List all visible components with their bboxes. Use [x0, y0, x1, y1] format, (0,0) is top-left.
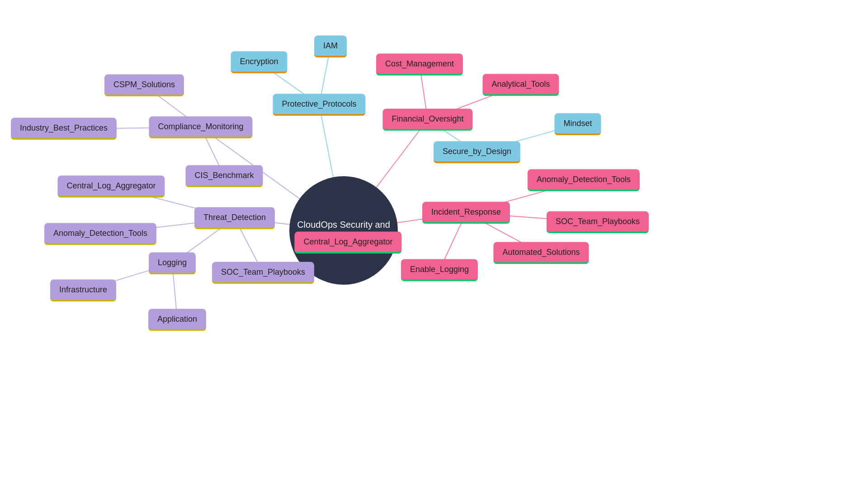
- node-cis_benchmark[interactable]: CIS_Benchmark: [185, 165, 263, 188]
- node-central_log_aggregator_left[interactable]: Central_Log_Aggregator: [57, 176, 165, 198]
- mind-map: CloudOps Security and Cost ManagementEnc…: [0, 0, 868, 488]
- node-incident_response[interactable]: Incident_Response: [422, 202, 510, 224]
- node-automated_solutions[interactable]: Automated_Solutions: [493, 242, 589, 264]
- node-iam[interactable]: IAM: [314, 36, 347, 58]
- node-industry_best_practices[interactable]: Industry_Best_Practices: [11, 118, 117, 140]
- node-cspm_solutions[interactable]: CSPM_Solutions: [104, 75, 184, 97]
- node-financial_oversight[interactable]: Financial_Oversight: [382, 109, 472, 131]
- node-logging[interactable]: Logging: [149, 253, 196, 275]
- node-central_log_right[interactable]: Central_Log_Aggregator: [294, 232, 401, 254]
- node-soc_playbooks_right[interactable]: SOC_Team_Playbooks: [547, 211, 649, 234]
- node-analytical_tools[interactable]: Analytical_Tools: [482, 74, 559, 96]
- node-cost_management[interactable]: Cost_Management: [376, 54, 463, 76]
- node-secure_by_design[interactable]: Secure_by_Design: [434, 141, 520, 164]
- node-enable_logging[interactable]: Enable_Logging: [401, 259, 478, 282]
- node-threat_detection[interactable]: Threat_Detection: [194, 207, 275, 230]
- node-encryption[interactable]: Encryption: [231, 52, 287, 74]
- node-mindset[interactable]: Mindset: [554, 113, 601, 136]
- node-anomaly_detection_right[interactable]: Anomaly_Detection_Tools: [528, 169, 640, 192]
- node-soc_playbooks_left[interactable]: SOC_Team_Playbooks: [212, 262, 314, 284]
- node-protective_protocols[interactable]: Protective_Protocols: [273, 94, 365, 116]
- node-application[interactable]: Application: [148, 309, 206, 331]
- node-infrastructure[interactable]: Infrastructure: [50, 280, 116, 302]
- node-anomaly_detection_left[interactable]: Anomaly_Detection_Tools: [44, 223, 156, 245]
- node-compliance_monitoring[interactable]: Compliance_Monitoring: [149, 117, 252, 139]
